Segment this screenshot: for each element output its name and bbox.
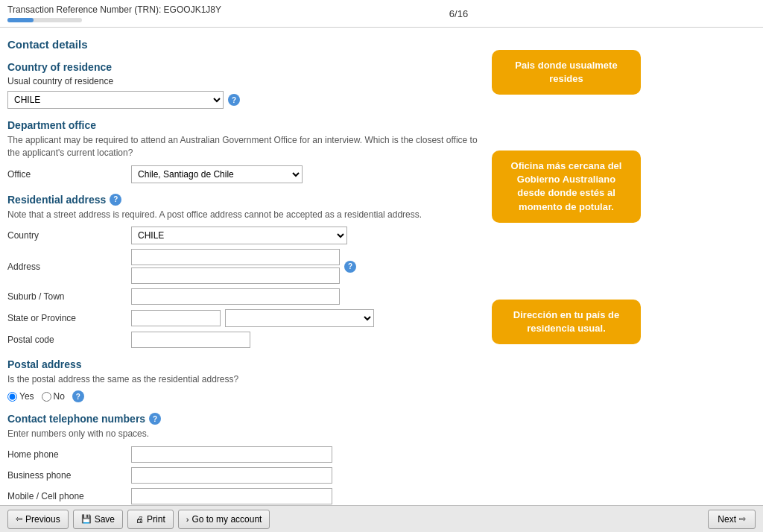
tooltip-bubble-3: Dirección en tu país de residencia usual… <box>492 300 641 344</box>
postal-no-label[interactable]: No <box>42 391 65 402</box>
page-wrapper: Transaction Reference Number (TRN): EGOO… <box>0 0 763 532</box>
print-icon: 🖨 <box>136 515 144 524</box>
country-of-residence-help-icon[interactable]: ? <box>228 94 240 106</box>
progress-bar-container <box>7 18 82 22</box>
postal-label: Postal code <box>7 335 127 345</box>
res-country-label: Country <box>7 230 127 241</box>
previous-icon: ⇦ <box>16 514 22 524</box>
residential-address-title: Residential address ? <box>7 194 484 206</box>
department-office-note: The applicant may be required to attend … <box>7 134 484 159</box>
main-content: Contact details Country of residence Usu… <box>0 28 763 532</box>
contact-telephone-help-icon[interactable]: ? <box>149 413 161 425</box>
postal-radio-row: Yes No ? <box>7 390 484 402</box>
office-select[interactable]: Chile, Santiago de Chile <box>131 165 303 183</box>
postal-no-radio[interactable] <box>42 392 51 402</box>
business-phone-input[interactable] <box>131 467 332 484</box>
contact-telephone-title: Contact telephone numbers ? <box>7 413 484 425</box>
res-address-label: Address <box>7 262 127 272</box>
business-phone-label: Business phone <box>7 470 127 481</box>
next-button[interactable]: Next ⇨ <box>708 510 756 529</box>
address-help-icon[interactable]: ? <box>344 261 356 273</box>
toolbar-left: ⇦ Previous 💾 Save 🖨 Print › Go to my acc… <box>7 510 270 529</box>
postal-same-question: Is the postal address the same as the re… <box>7 373 238 386</box>
res-address-row: Address ? <box>7 249 484 284</box>
mobile-phone-row: Mobile / Cell phone <box>7 488 484 504</box>
save-icon: 💾 <box>81 514 92 524</box>
tooltip-bubble-1: Pais donde usualmete resides <box>492 50 641 95</box>
account-icon: › <box>186 515 189 524</box>
business-phone-row: Business phone <box>7 467 484 484</box>
res-country-select[interactable]: CHILE <box>131 227 347 244</box>
postal-address-title: Postal address <box>7 358 484 370</box>
address-stack <box>131 249 340 284</box>
country-of-residence-title: Country of residence <box>7 61 484 73</box>
postal-yes-label[interactable]: Yes <box>7 391 34 402</box>
print-button[interactable]: 🖨 Print <box>127 510 174 529</box>
suburb-row: Suburb / Town <box>7 288 484 305</box>
country-of-residence-row: CHILE ? <box>7 91 484 109</box>
residential-address-help-icon[interactable]: ? <box>110 194 121 206</box>
office-label: Office <box>7 169 127 180</box>
postal-help-icon[interactable]: ? <box>72 390 84 402</box>
contact-telephone-note: Enter numbers only with no spaces. <box>7 428 484 440</box>
home-phone-input[interactable] <box>131 446 332 463</box>
home-phone-label: Home phone <box>7 449 127 460</box>
trn-section: Transaction Reference Number (TRN): EGOO… <box>7 4 221 22</box>
postal-input[interactable] <box>131 332 250 348</box>
state-label: State or Province <box>7 313 127 323</box>
trn-text: Transaction Reference Number (TRN): EGOO… <box>7 4 221 15</box>
save-button[interactable]: 💾 Save <box>73 510 123 529</box>
state-select[interactable] <box>225 309 374 327</box>
bottom-toolbar: ⇦ Previous 💾 Save 🖨 Print › Go to my acc… <box>0 505 763 532</box>
address-line2-input[interactable] <box>131 267 340 284</box>
next-icon: ⇨ <box>739 514 746 524</box>
res-country-row: Country CHILE <box>7 227 484 244</box>
tooltip-area: Pais donde usualmete resides Oficina más… <box>492 35 648 532</box>
country-of-residence-sublabel: Usual country of residence <box>7 76 484 86</box>
country-of-residence-select[interactable]: CHILE <box>7 91 224 109</box>
mobile-phone-input[interactable] <box>131 488 332 504</box>
previous-button[interactable]: ⇦ Previous <box>7 510 69 529</box>
postal-yes-radio[interactable] <box>7 392 17 402</box>
suburb-label: Suburb / Town <box>7 291 127 302</box>
suburb-input[interactable] <box>131 288 340 305</box>
home-phone-row: Home phone <box>7 446 484 463</box>
state-input[interactable] <box>131 310 221 326</box>
mobile-phone-label: Mobile / Cell phone <box>7 491 127 501</box>
office-row: Office Chile, Santiago de Chile <box>7 165 484 183</box>
contact-details-title: Contact details <box>7 38 484 51</box>
account-button[interactable]: › Go to my account <box>178 510 270 529</box>
postal-radio-group: Yes No ? <box>7 390 84 402</box>
address-line1-input[interactable] <box>131 249 340 265</box>
residential-address-note: Note that a street address is required. … <box>7 209 484 221</box>
top-bar: Transaction Reference Number (TRN): EGOO… <box>0 0 763 28</box>
department-office-title: Department office <box>7 119 484 131</box>
progress-bar-fill <box>7 18 34 22</box>
page-count: 6/16 <box>449 8 468 19</box>
state-row: State or Province <box>7 309 484 327</box>
form-area: Contact details Country of residence Usu… <box>7 35 484 532</box>
postal-row: Postal code <box>7 332 484 348</box>
postal-same-row: Is the postal address the same as the re… <box>7 373 484 386</box>
tooltip-bubble-2: Oficina más cercana del Gobierno Austral… <box>492 151 641 223</box>
